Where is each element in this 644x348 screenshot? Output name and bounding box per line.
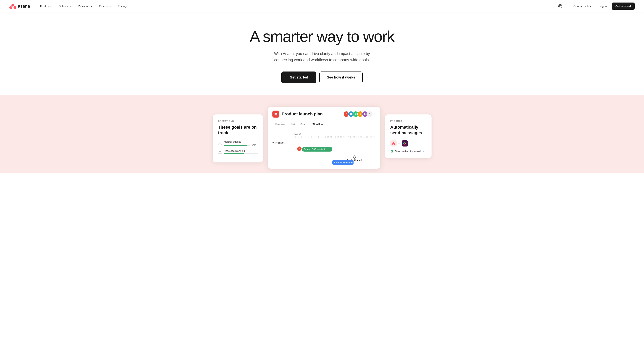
timeline-dates-row: 1 2 3 4 5 6 7 8 9 10 11 12 13 14 (268, 136, 380, 140)
project-avatars: A B C D E 71 (343, 111, 376, 117)
nav-solutions[interactable]: Solutions ▾ (56, 3, 75, 9)
timeline-row-milestone: Product launch Mar 17 Stakeholder review… (268, 153, 380, 165)
nav-features[interactable]: Features ▾ (38, 3, 56, 9)
project-name: Product launch plan (282, 111, 323, 117)
goal-item-budget: Monitor budget 90% (218, 140, 258, 147)
logo-icon (9, 3, 16, 10)
project-title-row: Product launch plan (272, 111, 323, 118)
goal-bar-bg (224, 145, 250, 146)
timeline-group-product[interactable]: ▾ Product (268, 140, 380, 145)
timeline-month: March (294, 133, 301, 135)
hero-subtitle: With Asana, you can drive clarity and im… (266, 51, 378, 63)
goal-info-budget: Monitor budget 90% (224, 140, 258, 147)
nav-enterprise[interactable]: Enterprise (97, 3, 114, 9)
bar-avatar: A (297, 146, 302, 151)
svg-point-1 (9, 6, 12, 9)
project-card-header: Product launch plan A B C D (268, 107, 380, 121)
goal-name-budget: Monitor budget (224, 140, 258, 143)
timeline-track-2: Product launch Mar 17 Stakeholder review… (296, 155, 376, 164)
timeline-month-row: March (268, 131, 380, 136)
globe-icon[interactable] (557, 3, 564, 10)
connector-line (332, 149, 350, 149)
check-icon (390, 150, 394, 153)
avatar-plus: + (374, 112, 376, 116)
gantt-bar-okrs[interactable]: Product OKRs drafted (302, 147, 332, 151)
login-button[interactable]: Log In (596, 3, 610, 9)
triangle-icon-2 (218, 150, 222, 154)
timeline-row-okrs: A Product OKRs drafted (268, 145, 380, 153)
svg-point-11 (393, 142, 394, 144)
nav-resources[interactable]: Resources ▾ (76, 3, 96, 9)
nav-links: Features ▾ Solutions ▾ Resources ▾ Enter… (38, 3, 557, 9)
svg-rect-14 (404, 143, 404, 144)
svg-rect-17 (404, 144, 405, 145)
svg-rect-9 (275, 113, 277, 114)
nav-pricing[interactable]: Pricing (115, 3, 129, 9)
goal-info-resource: Resource planning (224, 149, 258, 154)
hero-title: A smarter way to work (250, 28, 394, 45)
tab-list[interactable]: List (288, 121, 298, 128)
svg-point-12 (392, 143, 393, 145)
timeline-track-1: A Product OKRs drafted (296, 146, 376, 152)
hero-buttons: Get started See how it works (281, 72, 362, 83)
goal-bar-bg-2 (224, 153, 258, 154)
logo-text: asana (18, 4, 30, 9)
project-tabs: Overview List Board Timeline (268, 121, 380, 128)
nav-get-started-button[interactable]: Get started (612, 3, 635, 10)
timeline-area: March 1 2 3 4 5 6 7 8 9 (268, 128, 380, 169)
ops-card-label: OPERATIONS (218, 120, 258, 122)
integration-icons: + (390, 140, 426, 146)
plus-connector-icon: + (398, 141, 400, 145)
product-card-title: Automatically send messages (390, 124, 426, 136)
tab-board[interactable]: Board (298, 121, 310, 128)
project-icon (272, 111, 280, 118)
product-section: OPERATIONS These goals are on track Moni… (0, 95, 644, 173)
main-project-card: Product launch plan A B C D (268, 107, 380, 169)
ops-card-title: These goals are on track (218, 124, 258, 136)
svg-rect-15 (404, 142, 405, 143)
svg-point-0 (12, 4, 14, 7)
approved-badge: Task marked Approved → (390, 150, 426, 153)
svg-point-13 (394, 143, 396, 145)
tab-timeline[interactable]: Timeline (310, 121, 326, 128)
goal-item-resource: Resource planning (218, 149, 258, 154)
approved-text: Task marked Approved (395, 150, 421, 153)
product-inner: OPERATIONS These goals are on track Moni… (0, 107, 644, 169)
goal-bar-budget: 90% (224, 144, 258, 147)
chevron-down-icon: ▾ (92, 5, 94, 7)
chevron-down-icon: ▾ (52, 5, 53, 7)
arrow-link[interactable]: → (422, 150, 425, 153)
goal-bar-fill (224, 145, 248, 146)
asana-integration-icon (390, 140, 396, 146)
collapse-icon: ▾ (272, 141, 274, 144)
logo-link[interactable]: asana (9, 3, 30, 10)
tab-overview[interactable]: Overview (272, 121, 288, 128)
operations-card: OPERATIONS These goals are on track Moni… (213, 114, 263, 162)
timeline-dates: 1 2 3 4 5 6 7 8 9 10 11 12 13 14 (294, 136, 376, 138)
contact-sales-button[interactable]: Contact sales (570, 3, 594, 9)
goal-name-resource: Resource planning (224, 149, 258, 152)
product-card-label: PRODUCT (390, 120, 426, 122)
svg-rect-16 (405, 143, 406, 144)
svg-rect-10 (275, 114, 276, 114)
goal-bar-fill-2 (224, 153, 244, 154)
hero-get-started-button[interactable]: Get started (281, 72, 316, 83)
triangle-icon (218, 142, 222, 145)
diamond-icon (352, 155, 356, 159)
product-card: PRODUCT Automatically send messages + (385, 114, 432, 158)
hero-see-how-button[interactable]: See how it works (320, 72, 362, 83)
hero-section: A smarter way to work With Asana, you ca… (0, 13, 644, 95)
chevron-down-icon: ▾ (72, 5, 72, 7)
goal-pct-budget: 90% (252, 144, 258, 147)
avatar-count: 71 (366, 111, 373, 117)
slack-icon (402, 140, 408, 146)
goal-bar-resource (224, 153, 258, 154)
svg-point-18 (390, 150, 393, 152)
main-nav: asana Features ▾ Solutions ▾ Resources ▾… (0, 0, 644, 13)
gantt-bar-stakeholder[interactable]: Stakeholder review 10 (332, 160, 354, 165)
nav-divider (567, 4, 567, 9)
svg-point-2 (14, 6, 16, 9)
nav-right: Contact sales Log In Get started (557, 3, 635, 10)
